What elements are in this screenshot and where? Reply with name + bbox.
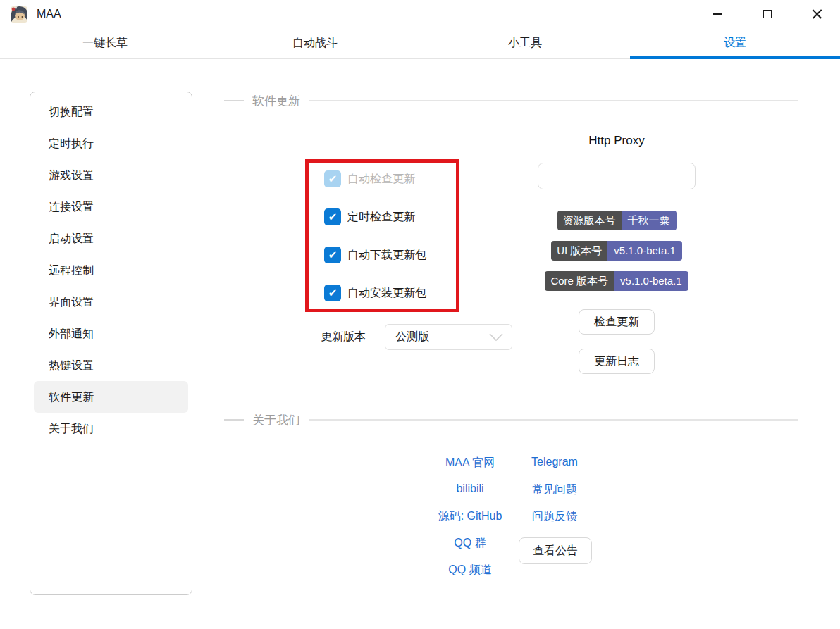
badge-key: UI 版本号 (551, 241, 607, 261)
checkbox-row-scheduled-check-update: ✔ 定时检查更新 (309, 207, 456, 227)
close-icon (812, 9, 822, 20)
minimize-button[interactable] (701, 0, 734, 28)
resource-version-badge: 资源版本号 千秋一粟 (517, 211, 717, 230)
link-feedback[interactable]: 问题反馈 (498, 509, 611, 524)
minimize-icon (713, 13, 722, 15)
badge-key: 资源版本号 (557, 211, 622, 230)
badge-value: 千秋一粟 (622, 211, 677, 230)
checkbox-auto-install-package[interactable]: ✔ (324, 285, 341, 301)
title-bar: MAA (0, 0, 840, 28)
http-proxy-label: Http Proxy (538, 134, 696, 148)
sidebar-item-startup-settings[interactable]: 启动设置 (34, 223, 188, 254)
tab-tools[interactable]: 小工具 (420, 28, 630, 58)
close-button[interactable] (801, 0, 833, 28)
update-checkbox-group-highlight: ✔ 自动检查更新 ✔ 定时检查更新 ✔ 自动下载更新包 ✔ 自动安装更新包 (305, 159, 459, 312)
ui-version-badge: UI 版本号 v5.1.0-beta.1 (517, 241, 717, 261)
header-dash-line (224, 419, 244, 421)
link-telegram[interactable]: Telegram (498, 456, 611, 468)
checkbox-row-auto-download-package: ✔ 自动下载更新包 (309, 245, 456, 265)
app-logo-icon (10, 5, 28, 23)
checkbox-auto-check-update[interactable]: ✔ (324, 170, 341, 187)
sidebar-item-ui-settings[interactable]: 界面设置 (34, 286, 188, 318)
sidebar-item-hotkey-settings[interactable]: 热键设置 (34, 349, 188, 381)
view-announcement-button[interactable]: 查看公告 (519, 537, 592, 564)
check-update-button[interactable]: 检查更新 (579, 309, 655, 335)
header-dash-line (224, 100, 244, 101)
checkbox-label: 定时检查更新 (347, 210, 415, 225)
sidebar-item-remote-control[interactable]: 远程控制 (34, 254, 188, 286)
section-title: 软件更新 (252, 93, 300, 109)
checkbox-label: 自动检查更新 (347, 172, 415, 187)
settings-sidebar: 切换配置 定时执行 游戏设置 连接设置 启动设置 远程控制 界面设置 外部通知 … (30, 92, 192, 595)
badge-value: v5.1.0-beta.1 (614, 271, 688, 291)
section-header-about-us: 关于我们 (224, 411, 798, 428)
checkbox-row-auto-check-update: ✔ 自动检查更新 (309, 169, 456, 189)
sidebar-item-switch-config[interactable]: 切换配置 (34, 96, 188, 127)
checkbox-row-auto-install-package: ✔ 自动安装更新包 (309, 283, 456, 303)
section-header-software-update: 软件更新 (224, 92, 798, 109)
checkbox-scheduled-check-update[interactable]: ✔ (324, 208, 341, 225)
link-qq-channel[interactable]: QQ 频道 (414, 563, 526, 578)
sidebar-item-about-us[interactable]: 关于我们 (34, 413, 188, 444)
core-version-badge: Core 版本号 v5.1.0-beta.1 (517, 271, 717, 291)
tab-copilot[interactable]: 自动战斗 (210, 28, 420, 58)
update-channel-dropdown[interactable]: 公测版 (385, 324, 512, 350)
sidebar-item-scheduled-run[interactable]: 定时执行 (34, 127, 188, 159)
checkbox-label: 自动安装更新包 (347, 286, 426, 301)
maximize-icon (763, 10, 772, 18)
checkbox-auto-download-package[interactable]: ✔ (324, 247, 341, 263)
update-channel-label: 更新版本 (321, 330, 366, 344)
link-faq[interactable]: 常见问题 (498, 482, 611, 497)
tab-farming[interactable]: 一键长草 (0, 28, 210, 58)
sidebar-item-connection-settings[interactable]: 连接设置 (34, 191, 188, 223)
header-rule-line (309, 100, 798, 101)
changelog-button[interactable]: 更新日志 (579, 349, 655, 374)
chevron-down-icon (489, 333, 503, 342)
badge-value: v5.1.0-beta.1 (607, 241, 682, 261)
main-tab-bar: 一键长草 自动战斗 小工具 设置 (0, 28, 840, 59)
sidebar-item-game-settings[interactable]: 游戏设置 (34, 159, 188, 191)
window-title: MAA (37, 0, 61, 28)
sidebar-item-software-update[interactable]: 软件更新 (34, 381, 188, 413)
sidebar-item-external-notification[interactable]: 外部通知 (34, 318, 188, 349)
checkbox-label: 自动下载更新包 (347, 248, 426, 263)
tab-settings[interactable]: 设置 (630, 28, 840, 58)
header-rule-line (309, 419, 798, 421)
maximize-button[interactable] (751, 0, 784, 28)
update-channel-value: 公测版 (395, 330, 429, 344)
section-title: 关于我们 (252, 412, 300, 428)
badge-key: Core 版本号 (545, 271, 614, 291)
link-qq-group[interactable]: QQ 群 (414, 536, 526, 551)
http-proxy-input[interactable] (538, 163, 696, 189)
